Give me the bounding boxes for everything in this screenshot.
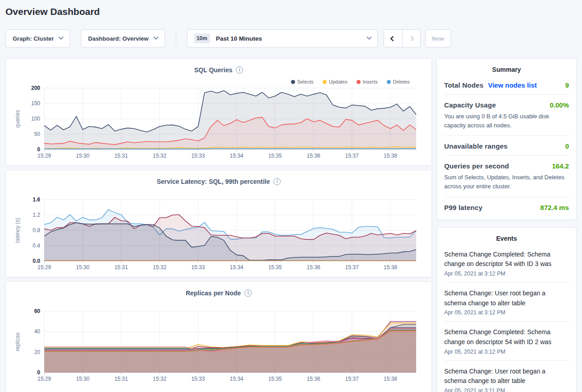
svg-text:200: 200 [31,85,40,91]
graph-dropdown[interactable]: Graph: Cluster [5,29,70,47]
summary-metric-label: Queries per second [444,162,509,170]
svg-text:15:38: 15:38 [384,153,397,159]
svg-text:15:35: 15:35 [268,153,282,159]
event-item: Schema Change: User root began a schema … [444,360,569,392]
svg-text:1.2: 1.2 [33,212,40,218]
chart-title: Replicas per Node [186,289,241,297]
summary-row-head: P99 latency872.4 ms [444,204,569,211]
info-icon[interactable]: i [236,66,243,74]
summary-row: Capacity Usage0.00%You are using 0 B of … [444,94,569,135]
chevron-down-icon [58,35,63,40]
svg-text:queries: queries [14,110,21,127]
svg-text:15:33: 15:33 [191,153,205,159]
legend-label: Deletes [393,79,410,84]
service-latency-panel: Service Latency: SQL, 99th percentile i … [5,170,432,277]
sql-queries-panel: SQL Queries i SelectsUpdatesInsertsDelet… [5,58,432,166]
legend-item[interactable]: Updates [323,79,347,84]
svg-text:15:37: 15:37 [345,264,359,271]
summary-row-head: Queries per second164.2 [444,162,569,170]
summary-metric-value: 0 [565,142,569,150]
svg-text:15:31: 15:31 [114,376,128,382]
svg-text:15:30: 15:30 [76,153,89,159]
svg-text:15:31: 15:31 [114,153,128,159]
info-icon[interactable]: i [273,178,281,185]
svg-text:latency (s): latency (s) [14,218,21,243]
event-text: Schema Change: User root began a schema … [444,289,569,308]
info-icon[interactable]: i [244,289,252,297]
svg-text:15:29: 15:29 [38,376,51,382]
svg-text:15:29: 15:29 [38,264,51,271]
svg-text:0: 0 [37,369,40,376]
main-content: SQL Queries i SelectsUpdatesInsertsDelet… [5,58,577,392]
svg-text:0: 0 [37,146,40,153]
replicas-per-node-panel: Replicas per Node i 15:2915:3015:3115:32… [5,281,432,392]
now-button[interactable]: Now [425,29,451,47]
svg-text:0.0: 0.0 [33,258,40,264]
svg-text:15:29: 15:29 [38,153,51,159]
legend-item[interactable]: Inserts [357,79,378,84]
svg-text:15:36: 15:36 [307,264,320,271]
legend-label: Selects [297,79,314,84]
chevron-down-icon [366,35,371,40]
svg-text:15:35: 15:35 [268,264,282,271]
svg-text:60: 60 [34,308,41,314]
legend-item[interactable]: Selects [291,79,314,84]
svg-text:0.8: 0.8 [33,227,40,233]
svg-text:1.6: 1.6 [33,197,40,203]
events-title: Events [444,235,569,242]
legend-dot-icon [291,80,295,84]
prev-time-button[interactable] [384,30,402,47]
chart-legend: SelectsUpdatesInsertsDeletes [291,79,410,84]
summary-metric-description: Sum of Selects, Updates, Inserts, and De… [444,173,569,191]
summary-title: Summary [444,66,569,73]
event-text: Schema Change Completed: Schema change o… [444,250,569,269]
summary-metric-value: 9 [565,81,569,89]
summary-metric-label: P99 latency [444,204,483,211]
svg-text:15:36: 15:36 [307,376,320,382]
svg-text:15:30: 15:30 [76,264,89,271]
service-latency-chart: 15:2915:3015:3115:3215:3315:3415:3515:36… [6,197,432,274]
chart-title: Service Latency: SQL, 99th percentile [157,178,270,185]
time-range-picker[interactable]: 10m Past 10 Minutes [187,29,378,47]
svg-text:15:34: 15:34 [230,153,244,159]
event-list: Schema Change Completed: Schema change o… [444,244,569,392]
svg-text:40: 40 [34,328,41,335]
legend-dot-icon [387,80,391,84]
charts-column: SQL Queries i SelectsUpdatesInsertsDelet… [5,58,432,392]
svg-text:15:35: 15:35 [268,376,282,382]
summary-metric-label: Capacity Usage [444,101,496,109]
time-window-badge: 10m [194,33,210,43]
svg-text:15:38: 15:38 [384,264,397,271]
legend-dot-icon [323,80,327,84]
svg-text:15:34: 15:34 [230,264,244,271]
legend-dot-icon [357,80,361,84]
chart-title-row: Replicas per Node i [6,289,432,297]
chevron-down-icon [153,35,158,40]
summary-metric-value: 0.00% [549,101,569,109]
time-window-label: Past 10 Minutes [216,35,262,42]
view-nodes-list-link[interactable]: View nodes list [488,81,537,89]
svg-text:15:33: 15:33 [191,376,205,382]
summary-metric-value: 164.2 [552,162,569,170]
event-text: Schema Change: User root began a schema … [444,367,569,386]
next-time-button[interactable] [402,30,420,47]
svg-text:100: 100 [31,116,40,122]
dashboard-dropdown[interactable]: Dashboard: Overview [81,29,165,47]
summary-row: Total NodesView nodes list9 [444,75,569,94]
svg-text:15:31: 15:31 [114,264,128,271]
replicas-per-node-chart: 15:2915:3015:3115:3215:3315:3415:3515:36… [6,308,432,385]
summary-metric-description: You are using 0 B of 4.5 GiB usable disk… [444,112,569,130]
event-timestamp: Apr 05, 2021 at 3:12 PM [444,271,569,277]
svg-text:15:36: 15:36 [307,153,320,159]
page-header: Overview Dashboard [0,0,582,17]
events-panel: Events Schema Change Completed: Schema c… [436,227,577,392]
svg-text:15:37: 15:37 [345,376,359,382]
summary-panel: Summary Total NodesView nodes list9Capac… [436,58,577,220]
svg-text:15:30: 15:30 [76,376,89,382]
svg-text:15:32: 15:32 [153,376,166,382]
chevron-right-icon [408,36,414,42]
page-title: Overview Dashboard [5,6,577,17]
chart-title-row: SQL Queries i [6,66,432,74]
event-text: Schema Change Completed: Schema change o… [444,327,569,347]
legend-item[interactable]: Deletes [387,79,410,84]
